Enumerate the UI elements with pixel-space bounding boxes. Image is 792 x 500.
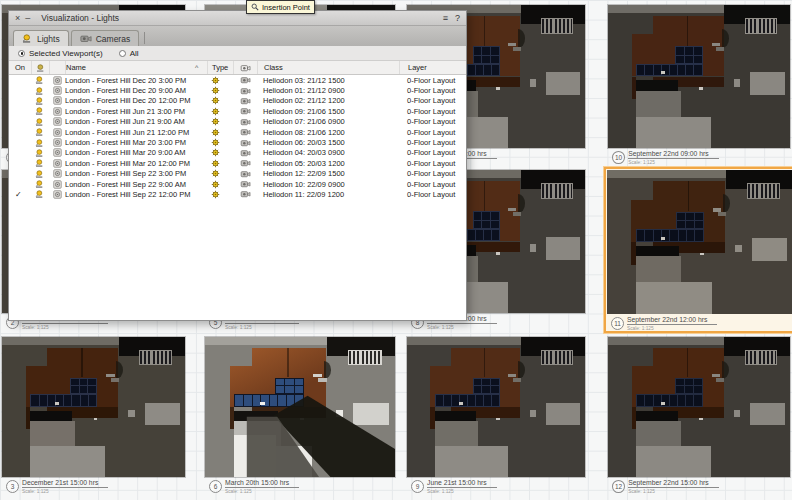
row-layer: 0-Floor Layout: [399, 96, 466, 105]
viewport-scale: Scale: 1:125: [22, 488, 108, 494]
thumb-roof-ridge: [687, 16, 688, 46]
heliodon-symbol-icon: [49, 159, 65, 168]
thumb-steps-a: [508, 374, 516, 377]
minimize-icon[interactable]: –: [25, 13, 30, 23]
row-layer: 0-Floor Layout: [399, 86, 466, 95]
solar-cell: [679, 230, 686, 241]
table-row[interactable]: London - Forest Hill Jun 21 12:00 PMHeli…: [9, 127, 466, 137]
viewport-thumbnail[interactable]: [2, 337, 185, 477]
sort-ascending-icon[interactable]: ^: [195, 64, 207, 71]
table-row[interactable]: London - Forest Hill Dec 20 3:00 PMHelio…: [9, 75, 466, 85]
col-on[interactable]: On: [9, 63, 31, 72]
light-bulb-icon: [31, 159, 49, 167]
menu-icon[interactable]: ≡: [443, 13, 448, 23]
viewport-label[interactable]: 11September 22nd 12:00 hrsScale: 1:125: [611, 316, 717, 331]
table-row[interactable]: London - Forest Hill Dec 20 9:00 AMHelio…: [9, 85, 466, 95]
col-symbol[interactable]: [49, 61, 65, 74]
heliodon-type-icon: [207, 180, 233, 189]
row-class: Heliodon 10: 22/09 0900: [257, 180, 399, 189]
solar-cell: [654, 230, 661, 241]
check-icon: ✓: [15, 190, 22, 199]
table-row[interactable]: ✓London - Forest Hill Sep 22 12:00 PMHel…: [9, 189, 466, 199]
table-row[interactable]: London - Forest Hill Sep 22 9:00 AMHelio…: [9, 179, 466, 189]
col-render-icon[interactable]: [233, 61, 257, 74]
help-icon[interactable]: ?: [455, 13, 460, 23]
heliodon-type-icon: [207, 96, 233, 105]
viewport-label[interactable]: 9June 21st 15:00 hrsScale: 1:125: [411, 479, 497, 494]
table-row[interactable]: London - Forest Hill Mar 20 9:00 AMHelio…: [9, 148, 466, 158]
thumb-pad-bl: [30, 421, 75, 446]
row-layer: 0-Floor Layout: [399, 169, 466, 178]
lights-table-body: London - Forest Hill Dec 20 3:00 PMHelio…: [9, 75, 466, 320]
viewport-title: September 22nd 12:00 hrs: [627, 316, 717, 325]
viewport-thumbnail[interactable]: [608, 337, 790, 477]
row-class: Heliodon 12: 22/09 1500: [257, 169, 399, 178]
solar-cell: [482, 212, 490, 219]
thumb-roof-ridge: [81, 348, 82, 377]
solar-cell: [482, 379, 490, 386]
radio-selected-viewports[interactable]: Selected Viewport(s): [18, 49, 103, 58]
close-icon[interactable]: ×: [15, 13, 20, 23]
thumb-pad-right: [353, 403, 389, 425]
table-row[interactable]: London - Forest Hill Mar 20 3:00 PMHelio…: [9, 137, 466, 147]
solar-cell: [637, 230, 644, 241]
viewport-label[interactable]: 6March 20th 15:00 hrsScale: 1:125: [209, 479, 299, 494]
solar-cell: [637, 65, 644, 76]
thumb-top-strip: [205, 337, 327, 345]
selected-viewport[interactable]: 11September 22nd 12:00 hrsScale: 1:125: [604, 167, 792, 333]
viewport-thumbnail[interactable]: [205, 337, 395, 477]
row-layer: 0-Floor Layout: [399, 128, 466, 137]
table-row[interactable]: London - Forest Hill Mar 20 12:00 PMHeli…: [9, 158, 466, 168]
radio-all[interactable]: All: [119, 49, 139, 58]
thumb-steps-b: [716, 378, 724, 381]
col-type[interactable]: Type: [207, 61, 233, 74]
thumb-solar-upper: [675, 378, 702, 395]
solar-cell: [476, 230, 483, 241]
row-class: Heliodon 08: 21/06 1200: [257, 128, 399, 137]
table-row[interactable]: London - Forest Hill Jun 21 3:00 PMHelio…: [9, 106, 466, 116]
viewport-label[interactable]: 10September 22nd 09:00 hrsScale: 1:125: [612, 150, 719, 165]
thumb-pad-right: [145, 403, 180, 425]
radio-dot-selected[interactable]: [18, 50, 25, 57]
tab-cameras[interactable]: Cameras: [71, 30, 139, 46]
thumb-skylight: [745, 350, 778, 365]
thumb-steps-a: [712, 43, 720, 46]
viewport-thumbnail[interactable]: [407, 337, 585, 477]
viewport-thumbnail[interactable]: [608, 5, 790, 148]
col-class[interactable]: Class: [257, 61, 399, 74]
col-light-icon[interactable]: [31, 61, 49, 74]
thumb-vent-b: [699, 418, 703, 420]
viewport-label[interactable]: 12September 22nd 15:00 hrsScale: 1:125: [612, 479, 719, 494]
row-layer: 0-Floor Layout: [399, 180, 466, 189]
viewport-thumbnail[interactable]: [607, 170, 792, 314]
radio-dot-all[interactable]: [119, 50, 126, 57]
row-on-cell[interactable]: ✓: [9, 190, 31, 199]
table-row[interactable]: London - Forest Hill Jun 21 9:00 AMHelio…: [9, 117, 466, 127]
solar-cell: [482, 56, 490, 63]
render-camera-icon: [233, 139, 257, 147]
table-row[interactable]: London - Forest Hill Dec 20 12:00 PMHeli…: [9, 96, 466, 106]
col-layer[interactable]: Layer: [399, 61, 466, 74]
light-bulb-icon: [31, 107, 49, 115]
thumb-solar-upper: [473, 46, 500, 63]
palette-titlebar[interactable]: × – Visualization - Lights ≡ ?: [9, 11, 466, 26]
solar-cell: [80, 379, 88, 386]
thumb-skylight: [747, 183, 780, 199]
tab-lights[interactable]: Lights: [13, 30, 69, 46]
solar-cell: [685, 47, 693, 54]
solar-cell: [694, 47, 702, 54]
viewport-scale: Scale: 1:125: [225, 324, 299, 330]
thumb-pad-right: [546, 72, 580, 95]
thumb-roof-bump: [324, 361, 331, 379]
thumb-solar-upper: [275, 378, 304, 395]
table-row[interactable]: London - Forest Hill Sep 22 3:00 PMHelio…: [9, 169, 466, 179]
col-name[interactable]: Name: [65, 61, 195, 74]
thumb-roof-bump: [116, 361, 123, 379]
thumb-pad-right: [752, 238, 787, 261]
solar-cell: [89, 395, 96, 406]
solar-cell: [474, 386, 482, 393]
viewport-label[interactable]: 3December 21st 15:00 hrsScale: 1:125: [6, 479, 108, 494]
viewport-scale: Scale: 1:125: [22, 324, 108, 330]
row-layer: 0-Floor Layout: [399, 148, 466, 157]
solar-cell: [695, 230, 702, 241]
